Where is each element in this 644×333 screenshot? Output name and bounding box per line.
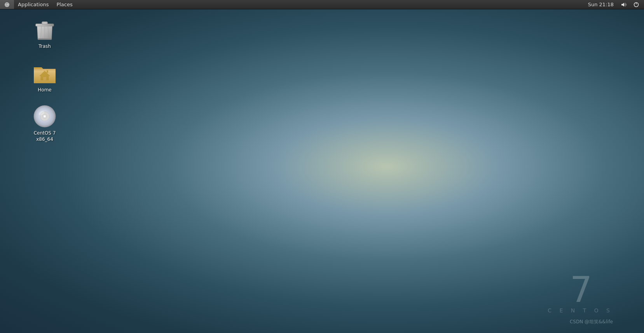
home-label: Home xyxy=(38,87,51,93)
top-panel: Applications Places Sun 21:18 xyxy=(0,0,644,9)
svg-point-3 xyxy=(8,5,9,5)
volume-icon[interactable] xyxy=(619,0,628,9)
svg-rect-13 xyxy=(43,22,46,24)
gnome-menu-button[interactable] xyxy=(0,0,14,9)
power-icon[interactable] xyxy=(632,0,641,9)
centos-brand-text: C E N T O S xyxy=(548,307,613,314)
svg-rect-17 xyxy=(47,70,48,73)
desktop: Applications Places Sun 21:18 xyxy=(0,0,644,333)
svg-rect-16 xyxy=(43,77,46,80)
places-menu[interactable]: Places xyxy=(52,0,76,9)
panel-left: Applications Places xyxy=(0,0,77,9)
svg-point-4 xyxy=(7,5,7,6)
centos-dvd-icon[interactable]: CentOS 7 x86_64 xyxy=(27,102,62,144)
svg-point-5 xyxy=(5,5,6,6)
svg-point-24 xyxy=(44,115,46,117)
desktop-icons-area: Trash xyxy=(27,16,62,144)
svg-point-0 xyxy=(5,2,9,7)
centos-version-number: 7 xyxy=(548,272,613,307)
panel-clock: Sun 21:18 xyxy=(586,2,616,7)
csdn-watermark: CSDN @坦笑&&life xyxy=(570,319,613,325)
svg-point-2 xyxy=(7,3,8,4)
panel-right: Sun 21:18 xyxy=(586,0,644,9)
svg-rect-14 xyxy=(38,38,52,40)
trash-label: Trash xyxy=(38,44,51,50)
centos-watermark: 7 C E N T O S xyxy=(548,272,613,314)
home-folder-icon[interactable]: Home xyxy=(27,59,62,95)
centos-dvd-label: CentOS 7 x86_64 xyxy=(29,130,61,142)
applications-menu[interactable]: Applications xyxy=(14,0,52,9)
trash-icon[interactable]: Trash xyxy=(27,16,62,51)
svg-point-1 xyxy=(6,3,7,4)
